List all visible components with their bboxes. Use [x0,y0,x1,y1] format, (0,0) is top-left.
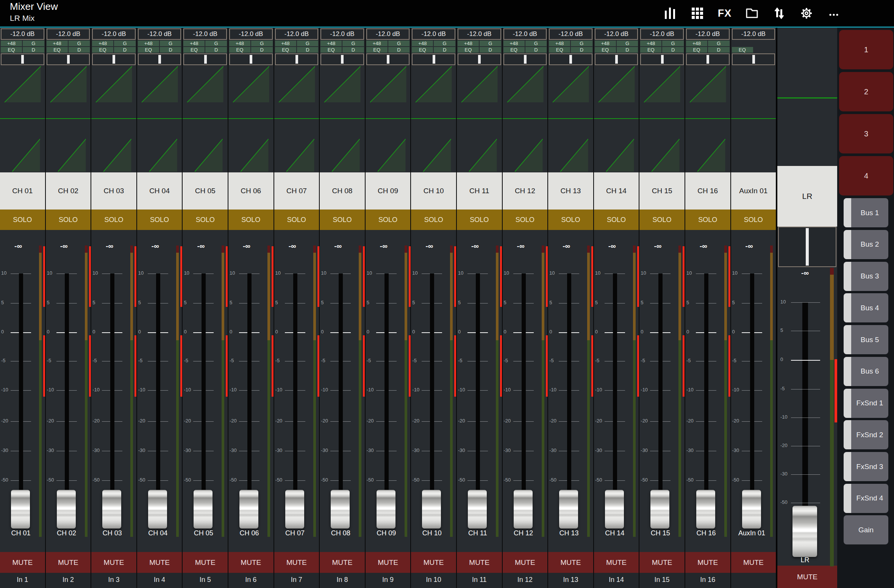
channel-select-button[interactable]: CH 15 [639,172,685,210]
solo-button[interactable]: SOLO [320,210,365,230]
processing-curves-display[interactable] [320,65,365,172]
channel-select-button[interactable]: CH 10 [411,172,456,210]
fader-track[interactable] [202,274,206,491]
fader-track[interactable] [65,274,69,491]
mute-button[interactable]: MUTE [366,552,411,573]
processing-curves-display[interactable] [731,65,776,172]
pan-control[interactable] [412,53,455,65]
gain-display[interactable]: -12.0 dB [595,28,638,40]
more-icon[interactable] [826,6,841,21]
send-button-bus-2[interactable]: Bus 2 [844,230,888,259]
fader-handle[interactable] [514,490,533,529]
channel-select-button[interactable]: CH 04 [137,172,182,210]
fader-handle[interactable] [696,490,715,529]
master-fader-track[interactable] [802,302,808,507]
channel-select-button[interactable]: CH 11 [457,172,502,210]
mute-button[interactable]: MUTE [274,552,319,573]
fader-track[interactable] [522,274,526,491]
mute-button[interactable]: MUTE [548,552,593,573]
send-button-fxsnd-2[interactable]: FxSnd 2 [844,420,888,449]
master-eq-curve-display[interactable] [777,97,837,99]
processing-curves-display[interactable] [274,65,319,172]
mute-button[interactable]: MUTE [457,552,502,573]
fader-handle[interactable] [331,490,350,529]
master-select-button[interactable]: LR [777,166,837,227]
gain-display[interactable]: -12.0 dB [1,28,44,40]
processing-curves-display[interactable] [137,65,182,172]
solo-button[interactable]: SOLO [0,210,45,230]
fader-handle[interactable] [605,490,624,529]
channel-select-button[interactable]: CH 06 [228,172,274,210]
pan-control[interactable] [92,53,136,65]
gain-display[interactable]: -12.0 dB [275,28,319,40]
send-button-bus-5[interactable]: Bus 5 [844,325,888,354]
gain-display[interactable]: -12.0 dB [320,28,364,40]
solo-button[interactable]: SOLO [503,210,548,230]
solo-button[interactable]: SOLO [274,210,319,230]
fader-handle[interactable] [11,490,30,529]
send-button-bus-3[interactable]: Bus 3 [844,262,888,291]
folder-icon[interactable] [744,6,760,21]
channel-select-button[interactable]: CH 14 [594,172,639,210]
pan-control[interactable] [686,53,730,65]
processing-curves-display[interactable] [594,65,639,172]
pan-control[interactable] [595,53,638,65]
channel-select-button[interactable]: CH 07 [274,172,319,210]
pan-control[interactable] [549,53,592,65]
fader-handle[interactable] [148,490,167,529]
fader-track[interactable] [613,274,617,491]
processing-curves-display[interactable] [457,65,502,172]
pan-control[interactable] [366,53,410,65]
mute-button[interactable]: MUTE [411,552,456,573]
send-button-fxsnd-4[interactable]: FxSnd 4 [844,484,888,513]
mute-button[interactable]: MUTE [228,552,274,573]
fader-track[interactable] [476,274,480,491]
processing-curves-display[interactable] [411,65,456,172]
gain-display[interactable]: -12.0 dB [138,28,181,40]
processing-curves-display[interactable] [0,65,45,172]
mute-button[interactable]: MUTE [594,552,639,573]
processing-curves-display[interactable] [366,65,411,172]
pan-control[interactable] [458,53,501,65]
solo-button[interactable]: SOLO [228,210,274,230]
gain-display[interactable]: -12.0 dB [183,28,227,40]
channel-select-button[interactable]: CH 12 [503,172,548,210]
fader-track[interactable] [19,274,23,491]
grid-icon[interactable] [690,6,705,21]
pan-control[interactable] [503,53,547,65]
solo-button[interactable]: SOLO [639,210,685,230]
solo-button[interactable]: SOLO [594,210,639,230]
fader-handle[interactable] [377,490,395,529]
gain-display[interactable]: -12.0 dB [92,28,136,40]
gain-display[interactable]: -12.0 dB [412,28,455,40]
master-mute-button[interactable]: MUTE [777,566,837,588]
pan-control[interactable] [275,53,319,65]
fader-handle[interactable] [559,490,578,529]
gain-display[interactable]: -12.0 dB [47,28,90,40]
gain-display[interactable]: -12.0 dB [229,28,273,40]
solo-button[interactable]: SOLO [457,210,502,230]
channel-select-button[interactable]: CH 03 [91,172,136,210]
fader-track[interactable] [293,274,297,491]
solo-button[interactable]: SOLO [137,210,182,230]
layer-button-1[interactable]: 1 [839,30,893,69]
gain-display[interactable]: -12.0 dB [503,28,547,40]
solo-button[interactable]: SOLO [46,210,91,230]
gain-display[interactable]: -12.0 dB [366,28,410,40]
processing-curves-display[interactable] [183,65,228,172]
processing-curves-display[interactable] [91,65,136,172]
master-fader-handle[interactable] [792,506,817,557]
sort-vertical-icon[interactable] [772,6,787,21]
fader-handle[interactable] [57,490,76,529]
fader-handle[interactable] [468,490,487,529]
mute-button[interactable]: MUTE [503,552,548,573]
fader-handle[interactable] [102,490,121,529]
mute-button[interactable]: MUTE [91,552,136,573]
mute-button[interactable]: MUTE [0,552,45,573]
send-button-bus-1[interactable]: Bus 1 [844,198,888,227]
send-button-bus-4[interactable]: Bus 4 [844,293,888,322]
layer-button-4[interactable]: 4 [839,156,893,195]
fader-track[interactable] [384,274,389,491]
fader-track[interactable] [704,274,708,491]
fader-track[interactable] [430,274,434,491]
